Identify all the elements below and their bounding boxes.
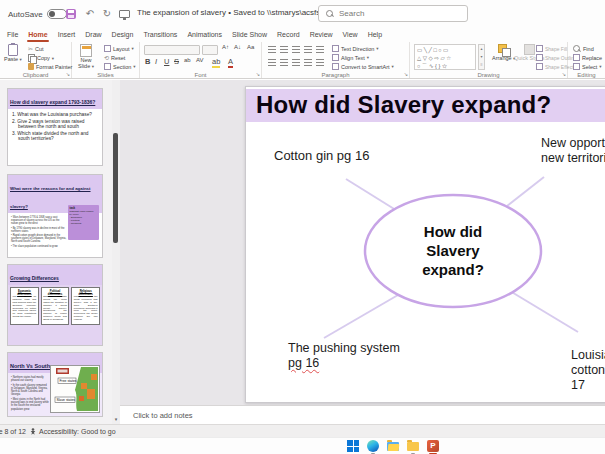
thumbnail-scrollbar[interactable]: [112, 80, 120, 425]
cut-button[interactable]: ✂Cut: [28, 45, 44, 52]
document-title[interactable]: The expansion of slavery • Saved to \\st…: [137, 8, 346, 17]
node-louisiana[interactable]: Louisiana and the cotton kingdom pg 17: [571, 348, 605, 393]
decrease-indent-icon[interactable]: [292, 46, 300, 53]
accessibility-status[interactable]: Accessibility: Good to go: [30, 428, 116, 435]
text-direction-button[interactable]: Text Direction ▾: [332, 45, 379, 52]
group-font: A↑ A↓ Aa B I U S ab AV ab A Font ↘: [140, 42, 262, 78]
reset-button[interactable]: ⟲Reset: [104, 54, 125, 61]
shape-row[interactable]: ○ ⌒ ∿ { } ☆: [417, 62, 473, 70]
justify-icon[interactable]: [304, 59, 312, 66]
dialog-launcher-icon[interactable]: ↘: [404, 71, 408, 77]
edge-browser-button[interactable]: [366, 439, 380, 453]
map-state-highlight: [87, 389, 95, 399]
line-spacing-icon[interactable]: [316, 46, 324, 53]
arrange-button[interactable]: Arrange ▾: [492, 44, 515, 62]
redo-icon[interactable]: ↻: [101, 8, 113, 20]
bullet-list-icon[interactable]: [268, 46, 276, 53]
layout-button[interactable]: Layout ▾: [104, 45, 134, 52]
file-explorer-icon: [387, 442, 399, 451]
select-button[interactable]: Select ▾: [573, 63, 602, 70]
paste-button[interactable]: Paste ▾: [4, 44, 22, 63]
save-icon[interactable]: [66, 9, 76, 19]
bold-button[interactable]: B: [145, 57, 150, 66]
node-cotton-gin[interactable]: Cotton gin pg 16: [274, 148, 369, 163]
tab-design[interactable]: Design: [107, 28, 139, 42]
shape-fill-button[interactable]: Shape Fill: [536, 45, 567, 52]
dialog-launcher-icon[interactable]: ↘: [256, 71, 260, 77]
tab-view[interactable]: View: [338, 28, 363, 42]
copy-button[interactable]: Copy ▾: [28, 54, 54, 62]
dialog-launcher-icon[interactable]: ↘: [562, 71, 566, 77]
text-shadow-button[interactable]: ab: [184, 57, 191, 63]
autosave-toggle[interactable]: [47, 9, 67, 19]
convert-smartart-button[interactable]: Convert to SmartArt ▾: [332, 63, 394, 70]
shape-gallery[interactable]: ▭ ╲ ╱ □ ○ ▭ △ ▽ ◇ ⇨ ▱ ☆ ○ ⌒ ∿ { } ☆: [414, 44, 476, 70]
tab-file[interactable]: File: [2, 28, 23, 42]
align-right-icon[interactable]: [292, 59, 300, 66]
find-button[interactable]: Find: [573, 45, 594, 53]
search-input[interactable]: Search: [318, 5, 468, 22]
replace-button[interactable]: Replace: [573, 54, 602, 61]
center-ellipse-text[interactable]: How did Slavery expand?: [365, 222, 541, 279]
current-slide[interactable]: How did Slavery expand? How did Slavery …: [245, 86, 605, 403]
grow-font-button[interactable]: A↑: [222, 44, 229, 50]
connector-line[interactable]: [324, 295, 398, 338]
accessibility-text: Accessibility: Good to go: [39, 428, 116, 435]
tab-home[interactable]: Home: [23, 28, 52, 42]
italic-button[interactable]: I: [155, 57, 157, 66]
notes-pane[interactable]: Click to add notes: [120, 405, 605, 424]
thumbnail-slide-2[interactable]: What were the reasons for and against sl…: [7, 174, 103, 258]
autosave-control[interactable]: AutoSave: [8, 9, 67, 19]
connector-line[interactable]: [346, 179, 399, 212]
tab-animations[interactable]: Animations: [182, 28, 227, 42]
strikethrough-button[interactable]: S: [174, 57, 179, 66]
thumbnail-scrollbar-thumb[interactable]: [113, 133, 118, 243]
highlight-button[interactable]: ab: [212, 57, 220, 68]
section-button[interactable]: Section ▾: [104, 63, 136, 70]
new-slide-button[interactable]: New Slide ▾: [78, 44, 94, 70]
powerpoint-taskbar-button[interactable]: P: [426, 439, 440, 453]
align-text-button[interactable]: Align Text ▾: [332, 54, 369, 61]
node-pushing-system[interactable]: The pushing system pg 16: [288, 341, 400, 371]
content-box: Economic differences The North relied on…: [10, 287, 39, 325]
thumbnail-slide-3[interactable]: Growing Differences Economic differences…: [7, 264, 103, 346]
align-center-icon[interactable]: [280, 59, 288, 66]
tab-review[interactable]: Review: [305, 28, 338, 42]
change-case-button[interactable]: Aa: [247, 44, 254, 50]
file-explorer-button[interactable]: [386, 439, 400, 453]
tab-transitions[interactable]: Transitions: [138, 28, 182, 42]
columns-icon[interactable]: [316, 59, 324, 66]
increase-indent-icon[interactable]: [304, 46, 312, 53]
align-left-icon[interactable]: [268, 59, 276, 66]
shape-row[interactable]: △ ▽ ◇ ⇨ ▱ ☆: [417, 54, 473, 62]
font-name-combo[interactable]: [144, 45, 200, 55]
tab-slide-show[interactable]: Slide Show: [227, 28, 272, 42]
font-color-button[interactable]: A: [228, 57, 233, 68]
underline-button[interactable]: U: [164, 57, 169, 66]
tab-draw[interactable]: Draw: [80, 28, 106, 42]
dialog-launcher-icon[interactable]: ↘: [66, 71, 70, 77]
thumbnail-slide-4[interactable]: North Vs South Northern states had mostl…: [7, 352, 103, 417]
tab-help[interactable]: Help: [363, 28, 387, 42]
character-spacing-button[interactable]: AV: [196, 57, 204, 63]
thumbnail-slide-1[interactable]: How did slavery expand 1793-1836? 1. Wha…: [7, 88, 103, 166]
notes-placeholder[interactable]: Click to add notes: [133, 411, 193, 420]
shrink-font-button[interactable]: A↓: [234, 44, 241, 50]
start-button[interactable]: [346, 439, 360, 453]
node-line: New opportunities in: [541, 136, 605, 151]
node-new-opportunities[interactable]: New opportunities in new territories: [541, 136, 605, 166]
connector-line[interactable]: [510, 291, 578, 332]
folder-button[interactable]: [406, 439, 420, 453]
font-size-combo[interactable]: [202, 45, 218, 55]
format-painter-button[interactable]: Format Painter: [28, 63, 72, 70]
touch-mode-icon[interactable]: [119, 10, 130, 18]
connector-line[interactable]: [507, 177, 544, 206]
numbered-list-icon[interactable]: [280, 46, 288, 53]
scroll-down-arrow-icon[interactable]: ▾: [112, 415, 120, 424]
shape-gallery-scroll[interactable]: ▴▾≡: [478, 44, 485, 70]
chevron-down-icon: ▾: [392, 64, 394, 69]
undo-icon[interactable]: ↶: [84, 8, 96, 20]
tab-record[interactable]: Record: [272, 28, 305, 42]
shape-row[interactable]: ▭ ╲ ╱ □ ○ ▭: [417, 46, 473, 54]
tab-insert[interactable]: Insert: [53, 28, 81, 42]
